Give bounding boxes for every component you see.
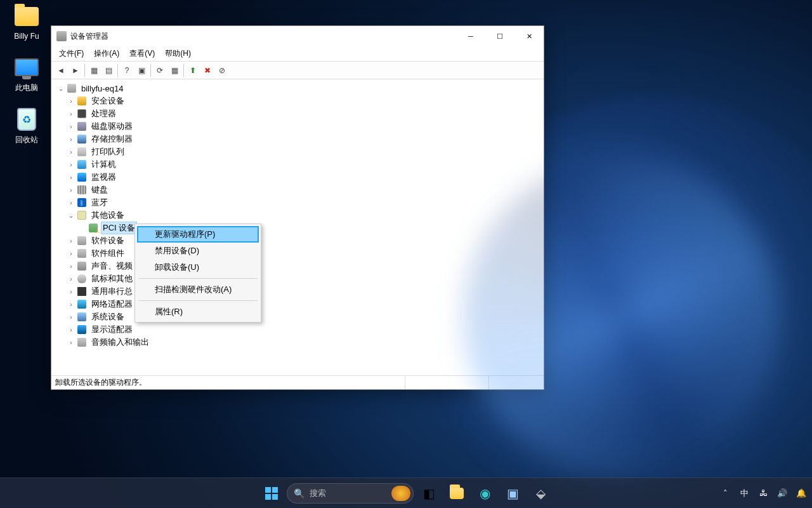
chevron-icon[interactable]: › <box>67 237 75 244</box>
desktop-icon-user-folder[interactable]: Billy Fu <box>5 4 48 41</box>
tree-node[interactable]: ›软件组件 <box>53 247 542 260</box>
action-button[interactable]: ▣ <box>134 64 148 77</box>
desktop-icon-this-pc[interactable]: 此电脑 <box>5 55 48 93</box>
properties-button[interactable]: ▤ <box>102 64 115 77</box>
chevron-icon[interactable]: › <box>67 288 75 295</box>
update-driver-button[interactable]: ⬆ <box>186 64 200 77</box>
chevron-icon[interactable]: › <box>67 136 75 143</box>
search-highlight-icon <box>391 486 410 501</box>
recycle-bin-icon <box>14 107 39 132</box>
chevron-icon[interactable]: › <box>67 314 75 321</box>
tree-node-label: 声音、视频 <box>89 260 134 272</box>
tree-node[interactable]: ›ᛒ蓝牙 <box>53 196 542 209</box>
tree-node[interactable]: PCI 设备 <box>53 222 542 234</box>
tree-node[interactable]: ›键盘 <box>53 184 542 196</box>
chevron-icon[interactable]: › <box>67 276 75 283</box>
toolbar-separator <box>150 64 151 77</box>
ime-indicator[interactable]: 中 <box>738 488 750 499</box>
chevron-icon[interactable]: › <box>67 326 75 333</box>
file-explorer-button[interactable] <box>444 481 469 506</box>
chevron-icon[interactable]: ⌄ <box>56 85 65 92</box>
chevron-icon[interactable]: › <box>67 199 75 206</box>
tray-overflow-button[interactable]: ˄ <box>719 488 731 498</box>
chevron-icon[interactable]: ⌄ <box>67 212 75 219</box>
edge-button[interactable]: ◉ <box>472 481 497 506</box>
chevron-icon[interactable]: › <box>67 301 75 308</box>
app-button[interactable]: ⬙ <box>528 481 553 506</box>
chevron-icon[interactable]: › <box>67 174 75 181</box>
chevron-icon[interactable]: › <box>67 123 75 130</box>
close-button[interactable]: ✕ <box>514 26 544 46</box>
desktop-icon-recycle-bin[interactable]: 回收站 <box>5 107 48 145</box>
tree-node[interactable]: ›打印队列 <box>53 145 542 158</box>
chevron-icon[interactable]: › <box>67 149 75 156</box>
add-legacy-button[interactable]: ▦ <box>167 64 181 77</box>
tree-node[interactable]: ›软件设备 <box>53 234 542 247</box>
chevron-icon[interactable]: › <box>67 161 75 168</box>
tree-node[interactable]: ›存储控制器 <box>53 133 542 145</box>
maximize-button[interactable]: ☐ <box>485 26 514 46</box>
tree-node[interactable]: ›音频输入和输出 <box>53 336 542 349</box>
tree-node[interactable]: ⌄其他设备 <box>53 209 542 222</box>
volume-icon[interactable]: 🔊 <box>776 488 788 498</box>
tree-node[interactable]: ›计算机 <box>53 158 542 171</box>
disable-button[interactable]: ⊘ <box>215 64 229 77</box>
scan-hardware-button[interactable]: ⟳ <box>153 64 167 77</box>
context-menu-item[interactable]: 更新驱动程序(P) <box>137 226 259 243</box>
context-menu-item[interactable]: 卸载设备(U) <box>137 259 259 276</box>
tree-node[interactable]: ›声音、视频 <box>53 260 542 272</box>
device-tree[interactable]: ⌄billyfu-eq14›安全设备›处理器›磁盘驱动器›存储控制器›打印队列›… <box>51 79 544 375</box>
tree-node-label: 键盘 <box>89 184 110 196</box>
help-button[interactable]: ? <box>120 64 134 77</box>
chevron-icon[interactable]: › <box>67 110 75 117</box>
windows-logo-icon <box>265 487 278 500</box>
device-manager-window: 设备管理器 ─ ☐ ✕ 文件(F) 操作(A) 查看(V) 帮助(H) ◄ ► … <box>51 25 544 390</box>
tree-node-label: PCI 设备 <box>101 222 137 234</box>
tree-node[interactable]: ›安全设备 <box>53 95 542 107</box>
context-menu-item[interactable]: 禁用设备(D) <box>137 243 259 259</box>
tree-node-label: 鼠标和其他 <box>89 272 134 285</box>
menu-file[interactable]: 文件(F) <box>54 47 89 60</box>
tree-node-label: 音频输入和输出 <box>89 336 151 349</box>
search-placeholder: 搜索 <box>310 488 326 499</box>
menu-view[interactable]: 查看(V) <box>124 47 160 60</box>
back-button[interactable]: ◄ <box>54 64 68 77</box>
show-hide-console-button[interactable]: ▦ <box>87 64 101 77</box>
minimize-button[interactable]: ─ <box>456 26 485 46</box>
notifications-icon[interactable]: 🔔 <box>796 488 807 498</box>
tree-node[interactable]: ›监视器 <box>53 171 542 184</box>
context-menu-item[interactable]: 属性(R) <box>137 304 259 320</box>
status-cell <box>405 376 489 389</box>
store-button[interactable]: ▣ <box>500 481 525 506</box>
tree-node[interactable]: ›显示适配器 <box>53 323 542 336</box>
chevron-icon[interactable]: › <box>67 187 75 194</box>
uninstall-button[interactable]: ✖ <box>200 64 214 77</box>
tree-node[interactable]: ›鼠标和其他 <box>53 272 542 285</box>
tree-node[interactable]: ›网络适配器 <box>53 298 542 311</box>
chevron-icon[interactable]: › <box>67 98 75 105</box>
network-icon[interactable]: 🖧 <box>757 488 769 498</box>
tree-node[interactable]: ›通用串行总 <box>53 285 542 298</box>
forward-button[interactable]: ► <box>69 64 82 77</box>
tree-node[interactable]: ⌄billyfu-eq14 <box>53 82 542 95</box>
folder-icon <box>14 4 39 29</box>
context-menu-item[interactable]: 扫描检测硬件改动(A) <box>137 281 259 298</box>
titlebar[interactable]: 设备管理器 ─ ☐ ✕ <box>51 26 544 46</box>
taskbar-search[interactable]: 🔍 搜索 <box>287 483 414 504</box>
chevron-icon[interactable]: › <box>67 250 75 257</box>
device-icon <box>77 236 87 246</box>
start-button[interactable] <box>259 481 284 506</box>
tree-node[interactable]: ›系统设备 <box>53 311 542 323</box>
device-icon <box>77 274 87 284</box>
menu-action[interactable]: 操作(A) <box>89 47 124 60</box>
task-view-button[interactable]: ◧ <box>416 481 442 506</box>
toolbar-separator <box>117 64 118 77</box>
app-icon <box>56 31 67 41</box>
tree-node[interactable]: ›磁盘驱动器 <box>53 120 542 133</box>
tree-node[interactable]: ›处理器 <box>53 107 542 120</box>
chevron-icon[interactable]: › <box>67 339 75 346</box>
menu-help[interactable]: 帮助(H) <box>160 47 196 60</box>
chevron-icon[interactable]: › <box>67 263 75 270</box>
toolbar-separator <box>84 64 85 77</box>
tree-node-label: 安全设备 <box>89 95 126 107</box>
